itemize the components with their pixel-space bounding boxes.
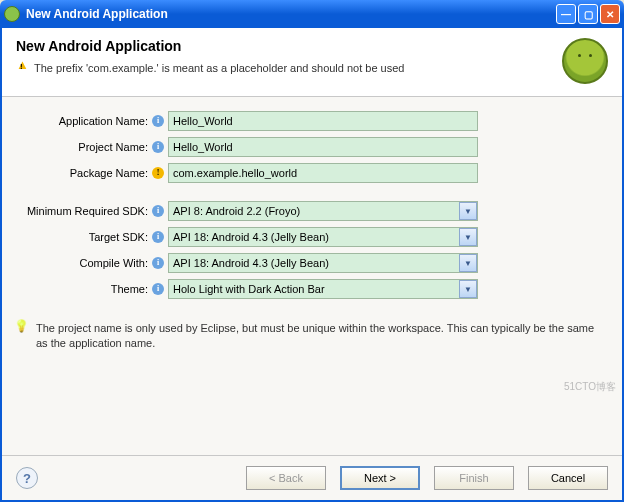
target-sdk-select[interactable]: API 18: Android 4.3 (Jelly Bean) ▼	[168, 227, 478, 247]
theme-label: Theme:	[10, 283, 150, 295]
package-name-input[interactable]	[168, 163, 478, 183]
chevron-down-icon: ▼	[459, 280, 477, 298]
dialog-body: New Android Application The prefix 'com.…	[0, 28, 624, 502]
next-button[interactable]: Next >	[340, 466, 420, 490]
back-button[interactable]: < Back	[246, 466, 326, 490]
info-icon: i	[152, 205, 164, 217]
button-bar: ? < Back Next > Finish Cancel	[2, 455, 622, 500]
hint-area: The project name is only used by Eclipse…	[2, 313, 622, 360]
package-name-label: Package Name:	[10, 167, 150, 179]
project-name-label: Project Name:	[10, 141, 150, 153]
info-icon: i	[152, 231, 164, 243]
target-sdk-label: Target SDK:	[10, 231, 150, 243]
warning-icon	[16, 60, 30, 74]
app-name-input[interactable]	[168, 111, 478, 131]
title-bar: New Android Application — ▢ ✕	[0, 0, 624, 28]
compile-label: Compile With:	[10, 257, 150, 269]
hint-text: The project name is only used by Eclipse…	[36, 321, 608, 352]
target-sdk-value: API 18: Android 4.3 (Jelly Bean)	[169, 231, 459, 243]
min-sdk-label: Minimum Required SDK:	[10, 205, 150, 217]
info-icon: i	[152, 257, 164, 269]
min-sdk-select[interactable]: API 8: Android 2.2 (Froyo) ▼	[168, 201, 478, 221]
app-name-label: Application Name:	[10, 115, 150, 127]
header-warning: The prefix 'com.example.' is meant as a …	[16, 60, 562, 74]
form-area: Application Name: i Project Name: i Pack…	[2, 97, 622, 313]
lightbulb-icon	[16, 321, 30, 335]
minimize-button[interactable]: —	[556, 4, 576, 24]
cancel-button[interactable]: Cancel	[528, 466, 608, 490]
chevron-down-icon: ▼	[459, 254, 477, 272]
maximize-button[interactable]: ▢	[578, 4, 598, 24]
help-button[interactable]: ?	[16, 467, 38, 489]
theme-select[interactable]: Holo Light with Dark Action Bar ▼	[168, 279, 478, 299]
chevron-down-icon: ▼	[459, 228, 477, 246]
min-sdk-value: API 8: Android 2.2 (Froyo)	[169, 205, 459, 217]
window-title: New Android Application	[26, 7, 556, 21]
finish-button[interactable]: Finish	[434, 466, 514, 490]
info-icon: i	[152, 283, 164, 295]
android-logo-icon	[562, 38, 608, 84]
chevron-down-icon: ▼	[459, 202, 477, 220]
header-area: New Android Application The prefix 'com.…	[2, 28, 622, 97]
warning-icon: !	[152, 167, 164, 179]
close-button[interactable]: ✕	[600, 4, 620, 24]
info-icon: i	[152, 115, 164, 127]
app-icon	[4, 6, 20, 22]
project-name-input[interactable]	[168, 137, 478, 157]
theme-value: Holo Light with Dark Action Bar	[169, 283, 459, 295]
watermark: 51CTO博客	[564, 380, 616, 394]
window-buttons: — ▢ ✕	[556, 4, 620, 24]
compile-select[interactable]: API 18: Android 4.3 (Jelly Bean) ▼	[168, 253, 478, 273]
info-icon: i	[152, 141, 164, 153]
compile-value: API 18: Android 4.3 (Jelly Bean)	[169, 257, 459, 269]
page-title: New Android Application	[16, 38, 562, 54]
warning-text: The prefix 'com.example.' is meant as a …	[34, 62, 404, 74]
